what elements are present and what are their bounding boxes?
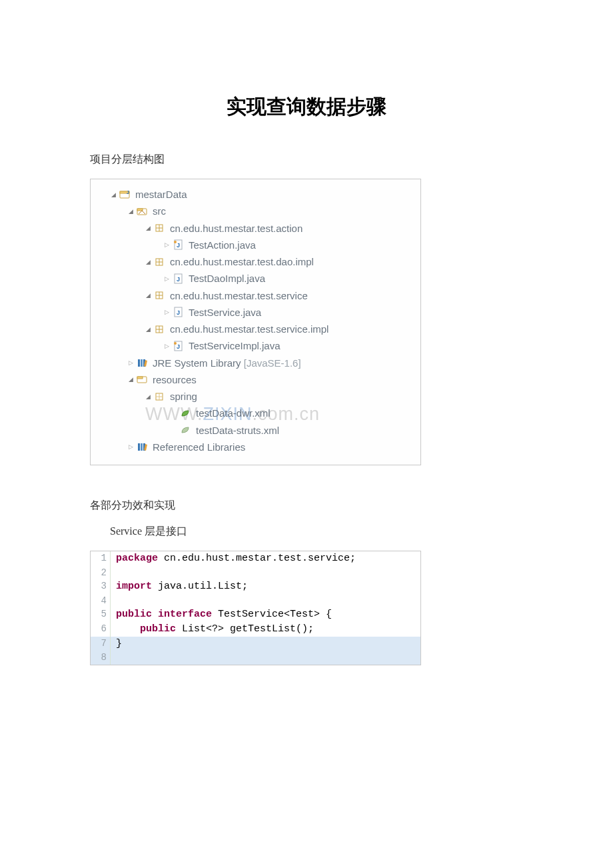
tree-label: cn.edu.hust.mestar.test.service — [170, 288, 308, 303]
tree-label: TestService.java — [189, 305, 261, 320]
tree-src[interactable]: src — [91, 203, 420, 219]
section-service-interface: Service 层是接口 — [90, 525, 523, 539]
tree-xml2[interactable]: testData-struts.xml — [91, 422, 420, 439]
project-explorer: J mestarData src cn.edu.hust.mestar.test… — [90, 179, 421, 465]
svg-point-10 — [174, 241, 177, 243]
package-icon — [154, 223, 166, 233]
tree-label: TestServiceImpl.java — [189, 338, 281, 353]
tree-label: testData-dwr.xml — [196, 405, 271, 421]
twisty-icon[interactable] — [144, 391, 153, 402]
svg-rect-31 — [137, 377, 143, 379]
tree-file-dao[interactable]: J TestDaoImpl.java — [91, 270, 420, 287]
source-folder-icon — [137, 206, 149, 217]
tree-pkg-dao[interactable]: cn.edu.hust.mestar.test.dao.impl — [91, 253, 420, 270]
twisty-icon[interactable] — [163, 307, 171, 317]
leaf-icon — [180, 408, 192, 419]
source-folder-icon — [137, 374, 149, 385]
code-editor: 1 package cn.edu.hust.mestar.test.servic… — [90, 551, 421, 665]
section-layer-diagram: 项目分层结构图 — [90, 153, 523, 167]
line-number: 7 — [91, 637, 111, 651]
svg-rect-27 — [138, 359, 140, 367]
tree-xml1[interactable]: testData-dwr.xml — [91, 405, 420, 421]
line-number: 6 — [91, 622, 111, 637]
tree-label: spring — [170, 389, 197, 404]
svg-text:J: J — [177, 343, 180, 350]
line-number: 2 — [91, 566, 111, 579]
code-line: 7 } — [91, 637, 420, 651]
tree-spring[interactable]: spring — [91, 388, 420, 405]
twisty-icon[interactable] — [163, 341, 171, 351]
library-icon — [137, 441, 149, 452]
package-icon — [154, 257, 166, 267]
svg-text:J: J — [127, 190, 129, 195]
tree-label: Referenced Libraries — [153, 439, 245, 455]
code-line: 6 public List<?> getTestList(); — [91, 622, 420, 637]
tree-reflib[interactable]: Referenced Libraries — [91, 439, 420, 455]
tree-label: mestarData — [135, 187, 187, 202]
tree-pkg-action[interactable]: cn.edu.hust.mestar.test.action — [91, 220, 420, 237]
code-line: 5 public interface TestService<Test> { — [91, 607, 420, 622]
section-parts: 各部分功效和实现 — [90, 499, 523, 513]
tree-file-serviceimpl[interactable]: J TestServiceImpl.java — [91, 337, 420, 354]
tree-pkg-service[interactable]: cn.edu.hust.mestar.test.service — [91, 287, 420, 304]
java-file-icon: J — [173, 341, 185, 351]
twisty-icon[interactable] — [163, 239, 171, 250]
twisty-icon[interactable] — [144, 223, 153, 233]
page-title: 实现查询数据步骤 — [90, 93, 523, 121]
twisty-icon[interactable] — [144, 324, 153, 335]
tree-label: src — [153, 203, 166, 219]
tree-file-service[interactable]: J TestService.java — [91, 304, 420, 321]
java-file-icon: J — [173, 273, 185, 284]
code-line: 2 — [91, 566, 420, 579]
twisty-icon[interactable] — [144, 257, 153, 267]
code-line: 4 — [91, 594, 420, 607]
package-icon — [154, 324, 166, 335]
tree-pkg-serviceimpl[interactable]: cn.edu.hust.mestar.test.service.impl — [91, 321, 420, 337]
line-number: 5 — [91, 607, 111, 622]
tree-label: testData-struts.xml — [196, 423, 279, 438]
tree-label: cn.edu.hust.mestar.test.service.impl — [170, 321, 328, 337]
tree-label: JRE System Library [JavaSE-1.6] — [153, 355, 301, 371]
twisty-icon[interactable] — [127, 357, 135, 368]
java-file-icon: J — [173, 307, 185, 317]
svg-text:J: J — [177, 242, 180, 249]
library-icon — [137, 357, 149, 368]
twisty-icon[interactable] — [163, 273, 171, 284]
svg-rect-28 — [141, 359, 143, 367]
svg-rect-35 — [138, 443, 140, 451]
svg-point-26 — [174, 342, 177, 345]
line-number: 8 — [91, 651, 111, 664]
tree-label: TestAction.java — [189, 237, 256, 253]
twisty-icon[interactable] — [127, 206, 135, 217]
svg-text:J: J — [177, 276, 180, 283]
tree-resources[interactable]: resources — [91, 371, 420, 388]
twisty-icon[interactable] — [109, 189, 118, 200]
twisty-icon[interactable] — [127, 441, 135, 452]
project-icon: J — [119, 189, 131, 200]
line-number: 1 — [91, 551, 111, 566]
leaf-icon — [180, 425, 192, 435]
line-number: 3 — [91, 579, 111, 594]
tree-jre[interactable]: JRE System Library [JavaSE-1.6] — [91, 355, 420, 371]
code-line: 8 — [91, 651, 420, 664]
tree-label: resources — [153, 372, 197, 387]
tree-project[interactable]: J mestarData — [91, 186, 420, 203]
twisty-icon[interactable] — [127, 374, 135, 385]
twisty-icon[interactable] — [144, 290, 153, 301]
tree-label: cn.edu.hust.mestar.test.action — [170, 221, 303, 236]
package-empty-icon — [154, 391, 166, 402]
tree-label: TestDaoImpl.java — [189, 271, 265, 286]
java-file-icon: J — [173, 239, 185, 250]
line-number: 4 — [91, 594, 111, 607]
code-line: 3 import java.util.List; — [91, 579, 420, 594]
svg-text:J: J — [177, 309, 180, 316]
tree-label: cn.edu.hust.mestar.test.dao.impl — [170, 254, 314, 269]
package-icon — [154, 290, 166, 301]
svg-rect-36 — [141, 443, 143, 451]
code-line: 1 package cn.edu.hust.mestar.test.servic… — [91, 551, 420, 566]
tree-file-action[interactable]: J TestAction.java — [91, 237, 420, 253]
